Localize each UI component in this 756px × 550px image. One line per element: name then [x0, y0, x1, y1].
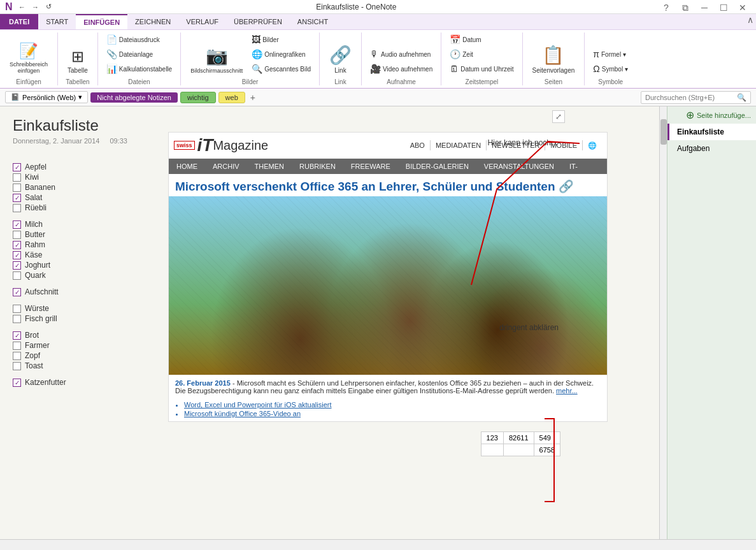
checkbox-katzenfutter[interactable]: ✓: [13, 379, 21, 387]
formel-button[interactable]: π Formel ▾: [590, 47, 631, 61]
notebook-icon: 📓: [11, 93, 20, 101]
symbol-dropdown-icon: ▾: [625, 66, 628, 73]
menu-freeware[interactable]: FREEWARE: [343, 160, 398, 173]
nav-abo[interactable]: ABO: [405, 140, 431, 150]
quick-access-toolbar: ← → ↺: [17, 1, 55, 13]
checkbox-aepfel[interactable]: ✓: [13, 163, 21, 171]
checkbox-butter[interactable]: [13, 231, 21, 239]
maximize-button[interactable]: ☐: [715, 3, 732, 11]
article-more-link[interactable]: mehr...: [556, 387, 578, 394]
bilder-button[interactable]: 🖼 Bilder: [248, 33, 314, 47]
checkbox-brot[interactable]: ✓: [13, 331, 21, 340]
checkbox-farmer[interactable]: [13, 342, 21, 350]
ribbon-group-buttons-aufnahme: 🎙 Audio aufnehmen 🎥 Video aufnehmen: [367, 33, 436, 76]
checkbox-rahm[interactable]: ✓: [13, 241, 21, 249]
tab-verlauf[interactable]: VERLAUF: [178, 14, 226, 29]
link-button[interactable]: 🔗 Link: [325, 43, 356, 76]
right-panel: ⊕ Seite hinzufüge... Einkaufsliste Aufga…: [667, 106, 756, 539]
ribbon-collapse-button[interactable]: ∧: [745, 14, 756, 25]
datum-button[interactable]: 📅 Datum: [446, 33, 517, 47]
item-label: Fisch grill: [25, 314, 57, 323]
checkbox-joghurt[interactable]: ✓: [13, 261, 21, 270]
menu-bilder[interactable]: BILDER-GALERIEN: [398, 160, 476, 173]
tag-wichtig[interactable]: wichtig: [180, 92, 216, 103]
brot-list: ✓ Brot Farmer Zopf Toast: [13, 331, 66, 370]
checkbox-kiwi[interactable]: [13, 173, 21, 182]
notes-time: 09:33: [110, 137, 127, 145]
tabelle-button[interactable]: ⊞ Tabelle: [63, 46, 92, 76]
close-button[interactable]: ✕: [734, 3, 751, 11]
bildschirmausschnitt-button[interactable]: 📷 Bildschirmausschnitt: [186, 43, 247, 76]
checkbox-fisch[interactable]: [13, 315, 21, 323]
zeit-button[interactable]: 🕐 Zeit: [446, 47, 517, 61]
menu-home[interactable]: HOME: [169, 160, 205, 173]
item-label: Toast: [25, 361, 43, 370]
gescanntesbild-button[interactable]: 🔍 Gescanntes Bild: [248, 62, 314, 76]
menu-rubriken[interactable]: RUBRIKEN: [292, 160, 343, 173]
tag-web[interactable]: web: [218, 92, 245, 103]
checkbox-kaese[interactable]: ✓: [13, 251, 21, 259]
checkbox-bananen[interactable]: [13, 184, 21, 192]
forward-button[interactable]: →: [30, 1, 41, 13]
datum-uhrzeit-button[interactable]: 🗓 Datum und Uhrzeit: [446, 62, 517, 76]
checkbox-aufschnitt[interactable]: ✓: [13, 288, 21, 296]
formel-label: Formel: [601, 51, 621, 58]
tab-ansicht[interactable]: ANSICHT: [290, 14, 336, 29]
page-item-aufgaben[interactable]: Aufgaben: [667, 140, 756, 157]
video-label: Video aufnehmen: [383, 66, 432, 73]
search-icon[interactable]: 🔍: [737, 93, 746, 102]
symbol-button[interactable]: Ω Symbol ▾: [590, 62, 631, 76]
bullet-item-2[interactable]: Microsoft kündigt Office 365-Video an: [184, 410, 601, 417]
schreibbereich-button[interactable]: 📝 Schreibbereicheinfügen: [5, 40, 52, 76]
dateianlage-button[interactable]: 📎 Dateianlage: [103, 47, 175, 61]
checkbox-toast[interactable]: [13, 362, 21, 370]
tab-ueberpruefen[interactable]: ÜBERPRÜFEN: [226, 14, 290, 29]
menu-it[interactable]: IT-: [562, 160, 585, 173]
notebook-selector[interactable]: 📓 Persönlich (Web) ▾: [5, 91, 88, 103]
seitenvorlagen-icon: 📋: [542, 45, 564, 66]
back-button[interactable]: ←: [17, 1, 28, 13]
menu-veranstaltungen[interactable]: VERANSTALTUNGEN: [476, 160, 562, 173]
checkbox-wuerste[interactable]: [13, 305, 21, 313]
restore-down-button[interactable]: ⧉: [677, 3, 694, 11]
menu-archiv[interactable]: ARCHIV: [205, 160, 247, 173]
vertical-scrollbar[interactable]: [659, 106, 667, 539]
checkbox-salat[interactable]: ✓: [13, 194, 21, 202]
tab-datei[interactable]: DATEI: [0, 14, 38, 29]
window-controls: ? ⧉ ─ ☐ ✕: [658, 3, 751, 11]
symbol-label: Symbol: [602, 66, 623, 73]
checkbox-zopf[interactable]: [13, 352, 21, 360]
checkbox-quark[interactable]: [13, 271, 21, 280]
nav-icon[interactable]: 🌐: [583, 140, 602, 151]
help-button[interactable]: ?: [658, 3, 674, 11]
add-page-button[interactable]: ⊕ Seite hinzufüge...: [686, 109, 751, 121]
kamera-icon: 📷: [206, 45, 228, 66]
undo-button[interactable]: ↺: [43, 1, 55, 13]
kalkulationstabelle-button[interactable]: 📊 Kalkulationstabelle: [103, 62, 175, 76]
audio-aufnehmen-button[interactable]: 🎙 Audio aufnehmen: [367, 47, 436, 61]
checkbox-milch[interactable]: ✓: [13, 221, 21, 229]
tab-zeichnen[interactable]: ZEICHNEN: [127, 14, 178, 29]
article-title[interactable]: Microsoft verschenkt Office 365 an Lehre…: [169, 174, 607, 196]
tab-einfuegen[interactable]: EINFÜGEN: [76, 14, 127, 29]
menu-themen[interactable]: THEMEN: [247, 160, 292, 173]
video-aufnehmen-button[interactable]: 🎥 Video aufnehmen: [367, 62, 436, 76]
bullet-item-1[interactable]: Word, Excel und Powerpoint für iOS aktua…: [184, 401, 601, 409]
scrollbar-thumb[interactable]: [660, 119, 667, 145]
list-item: ✓ Aufschnitt: [13, 287, 66, 296]
nav-mediadaten[interactable]: MEDIADATEN: [431, 140, 487, 150]
minimize-button[interactable]: ─: [696, 3, 713, 11]
checkbox-ruebli[interactable]: [13, 204, 21, 212]
page-item-einkaufsliste[interactable]: Einkaufsliste: [667, 124, 756, 140]
seitenvorlagen-button[interactable]: 📋 Seitenvorlagen: [528, 43, 580, 76]
add-tag-button[interactable]: +: [248, 92, 258, 103]
dateiausdruck-button[interactable]: 📄 Dateiausdruck: [103, 33, 175, 47]
tab-start[interactable]: START: [38, 14, 76, 29]
table-cell: 123: [481, 432, 503, 444]
dateianlage-label: Dateianlage: [119, 51, 153, 58]
tag-nicht-abgelegt[interactable]: Nicht abgelegte Notizen: [90, 92, 178, 103]
search-input[interactable]: [645, 94, 734, 101]
expand-button[interactable]: ⤢: [552, 110, 565, 123]
milch-list: ✓ Milch Butter ✓ Rahm ✓ Käse: [13, 220, 66, 280]
onlinegrafiken-button[interactable]: 🌐 Onlinegrafiken: [248, 47, 314, 61]
